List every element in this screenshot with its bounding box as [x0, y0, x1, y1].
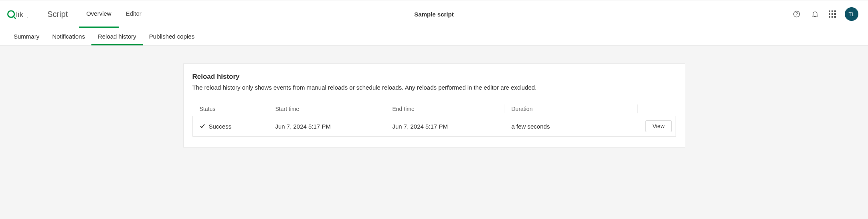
subtab-label: Reload history [98, 33, 136, 40]
subtab-reload-history[interactable]: Reload history [91, 28, 143, 45]
subtab-label: Notifications [52, 33, 85, 40]
tab-label: Editor [126, 10, 142, 17]
user-initials: TL [848, 11, 854, 17]
svg-point-5 [797, 16, 797, 16]
reload-history-table: Status Start time End time Duration Succ… [192, 102, 676, 137]
subtab-label: Summary [14, 33, 39, 40]
cell-action: View [637, 116, 676, 136]
reload-history-panel: Reload history The reload history only s… [183, 63, 685, 147]
subtab-published-copies[interactable]: Published copies [143, 28, 201, 45]
col-header-action [637, 104, 676, 113]
panel-title: Reload history [192, 73, 676, 81]
app-launcher-icon[interactable] [829, 10, 836, 18]
col-header-status: Status [192, 104, 268, 113]
tab-overview[interactable]: Overview [79, 0, 119, 28]
panel-description: The reload history only shows events fro… [192, 84, 676, 91]
cell-end: Jun 7, 2024 5:17 PM [385, 116, 504, 136]
brand-logo[interactable]: lik [7, 8, 36, 20]
table-header: Status Start time End time Duration [192, 102, 676, 116]
cell-start: Jun 7, 2024 5:17 PM [268, 116, 385, 136]
svg-point-3 [27, 17, 28, 18]
view-button[interactable]: View [645, 120, 671, 132]
cell-duration: a few seconds [504, 116, 637, 136]
qlik-logo-icon: lik [7, 8, 36, 20]
table-row: Success Jun 7, 2024 5:17 PM Jun 7, 2024 … [192, 116, 676, 137]
col-header-end: End time [385, 104, 504, 113]
sub-nav: Summary Notifications Reload history Pub… [0, 28, 868, 46]
subtab-summary[interactable]: Summary [7, 28, 46, 45]
tab-editor[interactable]: Editor [119, 0, 149, 28]
user-avatar[interactable]: TL [845, 7, 858, 21]
top-bar: lik Script Overview Editor Sample script… [0, 0, 868, 28]
svg-line-1 [13, 16, 15, 18]
main-area: Reload history The reload history only s… [0, 46, 868, 165]
top-tabs: Overview Editor [79, 0, 149, 28]
svg-text:lik: lik [16, 10, 24, 18]
help-icon[interactable] [792, 9, 801, 19]
col-header-duration: Duration [504, 104, 637, 113]
col-header-start: Start time [268, 104, 385, 113]
subtab-label: Published copies [149, 33, 194, 40]
tab-label: Overview [86, 10, 111, 17]
page-title: Sample script [414, 11, 453, 18]
top-bar-right: TL [792, 7, 858, 21]
bell-icon[interactable] [810, 9, 820, 19]
app-name: Script [47, 10, 68, 19]
cell-status: Success [193, 116, 268, 136]
status-text: Success [209, 123, 232, 130]
subtab-notifications[interactable]: Notifications [46, 28, 91, 45]
checkmark-icon [200, 124, 206, 129]
